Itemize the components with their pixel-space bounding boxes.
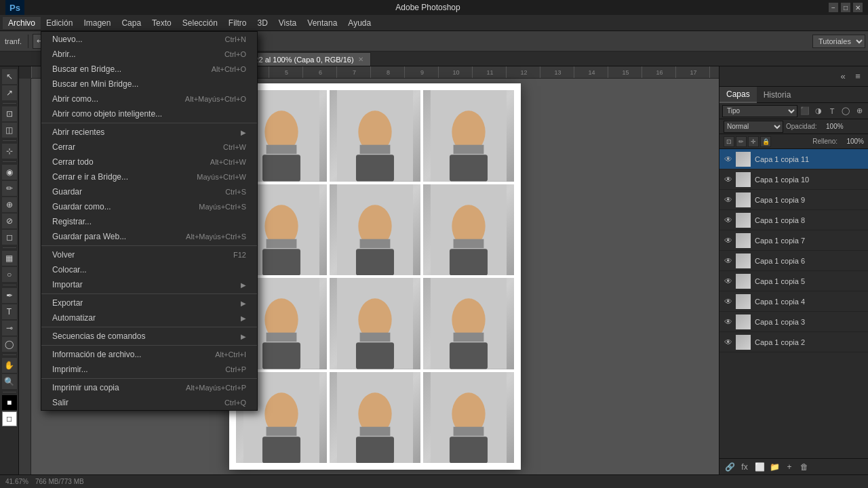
dd-item-abrir-recientes[interactable]: Abrir recientes	[41, 125, 257, 140]
dd-item-colocar[interactable]: Colocar...	[41, 262, 257, 277]
dd-item-abrir-como[interactable]: Abrir como...Alt+Mayús+Ctrl+O	[41, 92, 257, 106]
dd-item-label: Salir	[52, 398, 224, 407]
dd-item-label: Exportar	[52, 298, 241, 308]
dd-item-label: Cerrar	[52, 142, 223, 152]
dd-item-label: Nuevo...	[52, 35, 225, 44]
dd-item-label: Guardar como...	[52, 202, 199, 211]
dd-item-shortcut: Alt+Ctrl+I	[215, 350, 246, 359]
dd-item-secuencias[interactable]: Secuencias de comandos	[41, 329, 257, 344]
dd-item-shortcut: F12	[233, 251, 246, 259]
dd-item-shortcut: Ctrl+W	[223, 143, 246, 151]
dd-separator	[41, 327, 257, 327]
dd-item-shortcut: Ctrl+S	[225, 188, 246, 196]
dd-item-shortcut: Mayús+Ctrl+W	[197, 173, 246, 181]
dd-item-shortcut: Ctrl+Q	[224, 399, 246, 407]
dd-item-label: Importar	[52, 280, 241, 289]
dd-item-label: Volver	[52, 250, 233, 260]
dd-item-guardar-web[interactable]: Guardar para Web...Alt+Mayús+Ctrl+S	[41, 229, 257, 244]
dd-item-shortcut: Ctrl+P	[225, 365, 246, 373]
dd-item-shortcut: Ctrl+N	[225, 35, 246, 43]
dropdown-overlay[interactable]: Nuevo...Ctrl+NAbrir...Ctrl+OBuscar en Br…	[0, 0, 868, 488]
dd-item-label: Guardar para Web...	[52, 232, 186, 241]
dd-item-label: Secuencias de comandos	[52, 331, 241, 341]
dd-item-abrir-inteligente[interactable]: Abrir como objeto inteligente...	[41, 106, 257, 121]
dd-item-shortcut: Ctrl+O	[224, 50, 246, 58]
dd-item-shortcut: Mayús+Ctrl+S	[199, 203, 246, 211]
dd-item-shortcut: Alt+Mayús+Ctrl+P	[186, 384, 246, 392]
dd-item-guardar[interactable]: GuardarCtrl+S	[41, 184, 257, 199]
dd-separator	[41, 293, 257, 294]
dd-item-registrar[interactable]: Registrar...	[41, 214, 257, 229]
dd-item-label: Registrar...	[52, 217, 246, 226]
dd-item-cerrar[interactable]: CerrarCtrl+W	[41, 140, 257, 155]
dd-item-label: Abrir como...	[52, 94, 185, 104]
dd-separator	[41, 378, 257, 379]
dd-item-automatizar[interactable]: Automatizar	[41, 310, 257, 325]
dd-item-shortcut: Alt+Ctrl+W	[210, 158, 246, 166]
dd-item-shortcut: Alt+Mayús+Ctrl+O	[185, 95, 246, 103]
dd-item-exportar[interactable]: Exportar	[41, 296, 257, 310]
dd-item-label: Automatizar	[52, 313, 241, 323]
dd-item-label: Cerrar todo	[52, 157, 210, 167]
dd-item-abrir[interactable]: Abrir...Ctrl+O	[41, 47, 257, 62]
dd-separator	[41, 245, 257, 246]
dd-item-nuevo[interactable]: Nuevo...Ctrl+N	[41, 32, 257, 47]
dd-item-label: Imprimir...	[52, 365, 225, 374]
dd-item-importar[interactable]: Importar	[41, 277, 257, 292]
dd-item-imprimir-copia[interactable]: Imprimir una copiaAlt+Mayús+Ctrl+P	[41, 380, 257, 395]
dd-item-label: Abrir como objeto inteligente...	[52, 109, 246, 119]
archivo-dropdown: Nuevo...Ctrl+NAbrir...Ctrl+OBuscar en Br…	[41, 31, 258, 411]
dd-separator	[41, 123, 257, 123]
dd-item-volver[interactable]: VolverF12	[41, 247, 257, 262]
dd-item-label: Buscar en Bridge...	[52, 64, 212, 74]
dd-item-shortcut: Alt+Ctrl+O	[212, 65, 246, 73]
dd-item-label: Buscar en Mini Bridge...	[52, 79, 246, 89]
dd-item-label: Abrir...	[52, 49, 224, 59]
dd-item-cerrar-bridge[interactable]: Cerrar e ir a Bridge...Mayús+Ctrl+W	[41, 169, 257, 184]
dd-item-label: Información de archivo...	[52, 350, 215, 359]
dd-item-info-archivo[interactable]: Información de archivo...Alt+Ctrl+I	[41, 347, 257, 362]
dd-item-cerrar-todo[interactable]: Cerrar todoAlt+Ctrl+W	[41, 155, 257, 169]
dd-item-label: Cerrar e ir a Bridge...	[52, 172, 197, 182]
dd-item-label: Colocar...	[52, 265, 246, 274]
dd-item-label: Imprimir una copia	[52, 383, 186, 392]
dd-item-label: Guardar	[52, 187, 225, 197]
dd-separator	[41, 345, 257, 346]
dd-item-salir[interactable]: SalirCtrl+Q	[41, 395, 257, 410]
dd-item-bridge[interactable]: Buscar en Bridge...Alt+Ctrl+O	[41, 62, 257, 77]
dd-item-label: Abrir recientes	[52, 127, 241, 137]
dd-item-shortcut: Alt+Mayús+Ctrl+S	[186, 232, 246, 241]
dd-item-imprimir[interactable]: Imprimir...Ctrl+P	[41, 362, 257, 377]
dd-item-mini-bridge[interactable]: Buscar en Mini Bridge...	[41, 77, 257, 92]
dd-item-guardar-como[interactable]: Guardar como...Mayús+Ctrl+S	[41, 199, 257, 214]
